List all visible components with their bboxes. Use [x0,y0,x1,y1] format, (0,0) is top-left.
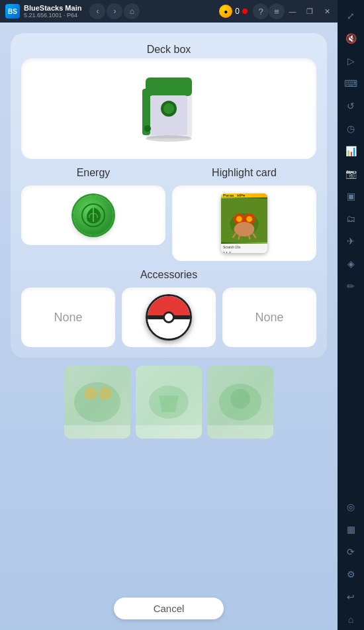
expand-icon[interactable]: ⤢ [340,5,361,26]
cancel-area: Cancel [0,592,338,630]
svg-point-6 [144,125,151,132]
notification-dot [242,9,248,14]
chart-icon[interactable]: 📊 [340,140,361,162]
svg-point-7 [146,135,192,142]
deck-box-section: Deck box [21,44,316,159]
accessories-section: Accessories None [21,269,316,347]
deck-box-title: Deck box [21,44,316,56]
window-controls: — ❐ ✕ [285,3,335,19]
folder-icon[interactable]: 🗂 [340,208,361,229]
highlight-card-title: Highlight card [172,167,316,179]
deck-box-svg [136,72,202,145]
svg-rect-1 [146,78,192,96]
minimize-button[interactable]: — [285,3,300,19]
package-icon[interactable]: ▦ [340,519,361,540]
eraser-icon[interactable]: ✏ [340,276,361,297]
right-sidebar: ⤢ 🔇 ▷ ⌨ ↺ ◷ 📊 📷 ▣ 🗂 ✈ ◈ ✏ ◎ ▦ ⟳ ⚙ ↩ ⌂ [338,0,364,630]
card-image-area [221,197,267,244]
app-content: Deck box [0,23,338,592]
settings-icon[interactable]: ⚙ [340,564,361,585]
svg-point-21 [74,382,120,422]
navigation-controls: ‹ › ⌂ [89,3,140,19]
app-name: BlueStacks Main [24,4,81,12]
two-col-section: Energy [21,167,316,261]
highlight-card-section: Highlight card Paras HP● [172,167,316,261]
title-bar-left: BS BlueStacks Main 5.21.656.1001 · P64 [0,4,81,19]
bottom-card-1[interactable] [64,366,130,439]
svg-point-23 [99,387,112,400]
none-right-text: None [255,311,283,325]
help-button[interactable]: ? [253,3,269,19]
energy-box[interactable] [21,185,165,245]
none-left-text: None [54,311,82,325]
title-bar: BS BlueStacks Main 5.21.656.1001 · P64 ‹… [0,0,338,23]
rotate-left-icon[interactable]: ↺ [340,95,361,117]
accessory-left-box[interactable]: None [21,288,115,347]
bottom-card-2[interactable] [136,366,202,439]
energy-icon [73,195,113,235]
pokeball-center [163,311,175,323]
close-button[interactable]: ✕ [319,3,335,19]
bottom-card-3[interactable] [207,366,273,439]
leaf-svg [81,203,105,227]
energy-title: Energy [21,167,165,179]
coin-icon: ● [219,5,232,18]
back-button[interactable]: ‹ [89,3,105,19]
bluestacks-logo: BS [5,4,20,19]
svg-point-13 [236,216,242,222]
svg-point-14 [246,216,252,222]
pokeball [146,294,192,341]
home-button[interactable]: ⌂ [124,3,140,19]
accessories-row: None None [21,288,316,347]
home-icon[interactable]: ⌂ [340,609,361,630]
main-area: Deck box [0,23,338,630]
pin-icon[interactable]: ◎ [340,496,361,517]
svg-point-15 [234,222,255,236]
highlight-card-box[interactable]: Paras HP● [172,185,316,261]
svg-point-5 [163,103,174,114]
accessories-title: Accessories [21,269,316,281]
airplane-icon[interactable]: ✈ [340,231,361,252]
svg-point-28 [230,389,250,409]
play-icon[interactable]: ▷ [340,50,361,72]
energy-section: Energy [21,167,165,261]
bottom-cards [54,358,284,439]
screen-record-icon[interactable]: ▣ [340,185,361,207]
restore-button[interactable]: ❐ [302,3,318,19]
coin-area: ● 0 [219,5,248,18]
back-icon[interactable]: ↩ [340,586,361,607]
sync-icon[interactable]: ⟳ [340,541,361,562]
app-version: 5.21.656.1001 · P64 [24,12,81,19]
cancel-button[interactable]: Cancel [114,598,224,619]
svg-point-22 [84,387,97,400]
main-card: Deck box [11,33,327,358]
deck-box-art [129,69,208,148]
card-bottom: Scratch 10x ⬥ ⬥ ⬥ [221,244,267,253]
accessory-center-box[interactable] [122,288,216,347]
accessory-right-box[interactable]: None [222,288,316,347]
menu-button[interactable]: ≡ [269,3,285,19]
camera-icon[interactable]: 📷 [340,163,361,184]
volume-icon[interactable]: 🔇 [340,28,361,49]
highlight-card-img: Paras HP● [221,193,267,253]
coin-count: 0 [235,7,240,16]
location-icon[interactable]: ◈ [340,253,361,274]
app-info: BlueStacks Main 5.21.656.1001 · P64 [24,4,81,19]
deck-box-container[interactable] [21,58,316,159]
forward-button[interactable]: › [107,3,122,19]
clock-icon[interactable]: ◷ [340,118,361,139]
keyboard-icon[interactable]: ⌨ [340,73,361,94]
